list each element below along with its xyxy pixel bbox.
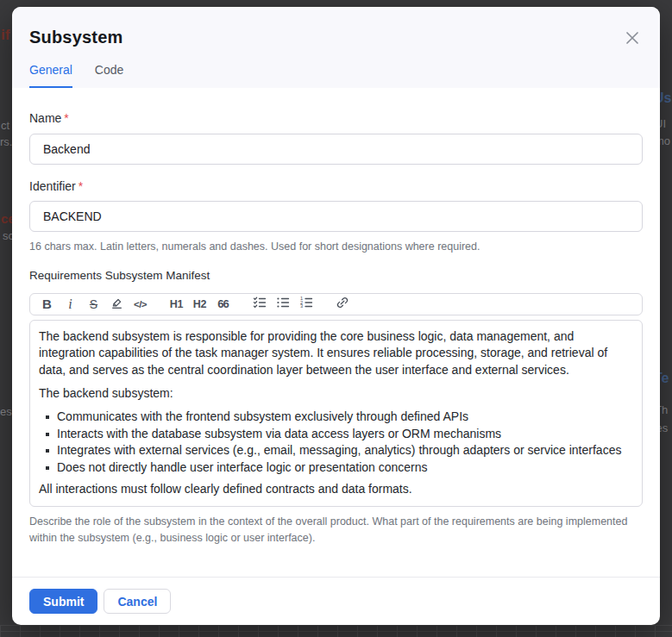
bold-button[interactable]: B — [35, 295, 59, 314]
dialog-footer: Submit Cancel — [12, 577, 660, 625]
bullet-list-icon — [276, 296, 290, 312]
tab-general[interactable]: General — [29, 63, 72, 88]
italic-button[interactable]: i — [59, 295, 82, 314]
link-button[interactable] — [330, 295, 354, 314]
code-button[interactable]: </> — [129, 295, 152, 314]
background-table-grid — [0, 625, 672, 637]
required-asterisk: * — [79, 179, 83, 193]
required-asterisk: * — [64, 111, 68, 125]
identifier-hint: 16 chars max. Latin letters, numerals an… — [29, 239, 643, 255]
identifier-label-text: Identifier — [29, 179, 76, 193]
dialog-title: Subsystem — [29, 28, 123, 47]
editor-toolbar: B i S </> H1 H2 66 — [29, 293, 643, 315]
editor-paragraph: The backend subsystem is responsible for… — [39, 328, 633, 378]
strikethrough-button[interactable]: S — [82, 295, 105, 314]
cancel-button[interactable]: Cancel — [104, 589, 171, 614]
ordered-list-icon: 1 2 3 — [299, 296, 313, 312]
editor-bullet-item: Integrates with external services (e.g.,… — [39, 442, 633, 459]
background-text-fragment: if — [1, 27, 9, 44]
close-icon — [624, 36, 641, 49]
manifest-hint: Describe the role of the subsystem in th… — [29, 514, 633, 546]
checklist-icon — [253, 296, 267, 312]
background-text-fragment: ct — [1, 119, 9, 132]
editor-paragraph: The backend subsystem: — [39, 385, 633, 402]
identifier-input[interactable] — [29, 201, 643, 232]
close-button[interactable] — [622, 28, 643, 48]
ordered-list-button[interactable]: 1 2 3 — [294, 295, 317, 314]
name-label-text: Name — [29, 111, 61, 125]
highlight-button[interactable] — [105, 295, 129, 314]
background-text-fragment: es — [0, 405, 12, 418]
editor-bullet-list: Communicates with the frontend subsystem… — [39, 409, 633, 476]
background-text-fragment: rs. — [0, 135, 12, 148]
manifest-label: Requirements Subsystem Manifest — [29, 269, 643, 282]
bullet-list-button[interactable] — [271, 295, 294, 314]
editor-bullet-item: Interacts with the database subsystem vi… — [39, 426, 633, 442]
checklist-button[interactable] — [248, 295, 271, 314]
editor-paragraph: All interactions must follow clearly def… — [39, 481, 633, 497]
link-icon — [336, 296, 349, 312]
heading1-button[interactable]: H1 — [165, 295, 188, 314]
subsystem-dialog: Subsystem General Code Name* Identifier*… — [12, 7, 660, 625]
highlighter-icon — [110, 297, 123, 312]
manifest-editor[interactable]: The backend subsystem is responsible for… — [29, 320, 643, 508]
dialog-tabs: General Code — [29, 63, 643, 88]
dialog-body: Name* Identifier* 16 chars max. Latin le… — [12, 88, 660, 577]
dialog-header: Subsystem General Code — [12, 7, 660, 88]
identifier-label: Identifier* — [29, 179, 643, 193]
name-input[interactable] — [29, 134, 643, 165]
submit-button[interactable]: Submit — [29, 589, 97, 614]
heading2-button[interactable]: H2 — [188, 295, 211, 314]
svg-text:3: 3 — [300, 304, 303, 309]
editor-bullet-item: Does not directly handle user interface … — [39, 459, 633, 476]
editor-bullet-item: Communicates with the frontend subsystem… — [39, 409, 633, 425]
quote-button[interactable]: 66 — [211, 295, 235, 314]
name-label: Name* — [29, 111, 69, 125]
tab-code[interactable]: Code — [95, 63, 123, 88]
